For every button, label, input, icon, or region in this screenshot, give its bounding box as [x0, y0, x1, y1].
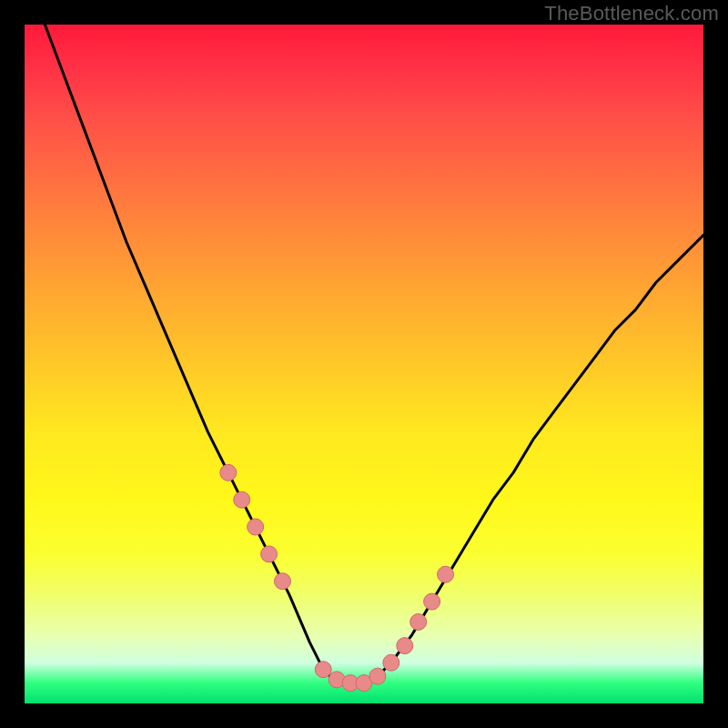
highlight-marker: [369, 668, 386, 684]
highlight-marker: [274, 573, 290, 590]
highlight-marker: [397, 638, 413, 654]
highlight-marker: [261, 546, 278, 562]
highlight-marker: [410, 613, 427, 630]
plot-area: [25, 25, 703, 703]
highlight-marker: [424, 593, 440, 610]
chart-frame: TheBottleneck.com: [0, 0, 728, 728]
highlight-marker: [383, 654, 399, 671]
marker-layer: [220, 464, 454, 691]
highlight-marker: [220, 464, 237, 480]
curve-layer: [25, 25, 703, 703]
bottleneck-curve: [25, 25, 703, 683]
highlight-marker: [234, 491, 250, 508]
highlight-marker: [438, 566, 454, 582]
highlight-marker: [248, 519, 264, 535]
watermark-text: TheBottleneck.com: [544, 2, 719, 25]
highlight-marker: [315, 662, 331, 678]
curve-path: [25, 25, 703, 683]
